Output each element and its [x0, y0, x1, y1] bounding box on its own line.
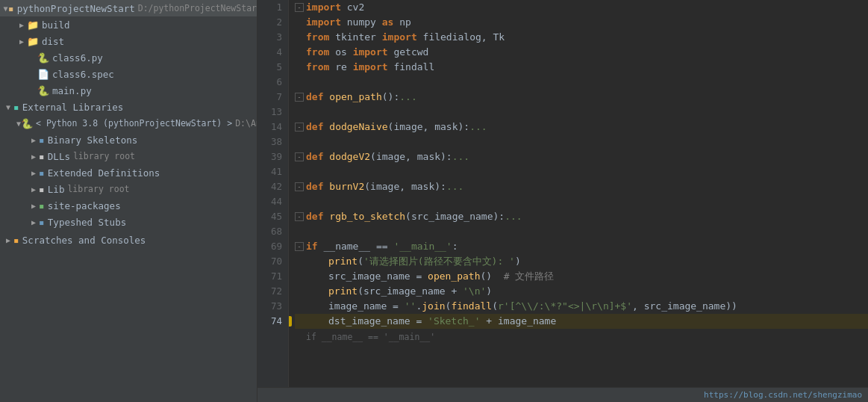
arrow-typeshed: ▶	[28, 218, 39, 226]
tree-item-lib[interactable]: ▶ ▪ Lib library root	[0, 181, 257, 197]
label-class6py: class6.py	[52, 52, 103, 64]
tree-item-site-packages[interactable]: ▶ ▪ site-packages	[0, 197, 257, 214]
code-line-7: -def open_path():...	[295, 90, 868, 105]
project-icon: ▪	[8, 3, 14, 14]
code-editor: 1 2 3 4 5 6 7 13 14 38 39 41 42 44 45 68…	[257, 0, 868, 402]
warning-icon-74: !	[289, 316, 292, 327]
bottom-bar: https://blog.csdn.net/shengzimao	[257, 387, 868, 402]
ln-14: 14	[257, 120, 282, 134]
tree-item-typeshed[interactable]: ▶ ▪ Typeshed Stubs	[0, 214, 257, 230]
tree-item-class6py[interactable]: ▶ 🐍 class6.py	[0, 49, 257, 66]
label-binary-skeletons: Binary Skeletons	[48, 134, 137, 146]
typeshed-icon: ▪	[39, 217, 45, 228]
blog-link[interactable]: https://blog.csdn.net/shengzimao	[704, 390, 862, 400]
arrow-dlls: ▶	[28, 152, 39, 161]
tree-item-python38[interactable]: ▼ 🐍 < Python 3.8 (pythonProjectNewStart)…	[0, 115, 257, 132]
fold-14[interactable]: -	[295, 123, 304, 132]
code-line-45: -def rgb_to_sketch(src_image_name):...	[295, 209, 868, 224]
label-typeshed: Typeshed Stubs	[48, 217, 126, 228]
label-extended-definitions: Extended Definitions	[48, 167, 160, 179]
tree-item-dlls[interactable]: ▶ ▪ DLLs library root	[0, 148, 257, 164]
fold-45[interactable]: -	[295, 212, 304, 221]
ln-72: 72	[257, 284, 282, 299]
python-icon: 🐍	[21, 118, 33, 129]
fold-42[interactable]: -	[295, 182, 304, 191]
arrow-extdef: ▶	[28, 169, 39, 177]
fold-39[interactable]: -	[295, 152, 304, 161]
label-class6spec: class6.spec	[52, 69, 114, 80]
file-tree[interactable]: ▼ ▪ pythonProjectNewStart D:/pythonProje…	[0, 0, 257, 402]
ln-68: 68	[257, 224, 282, 239]
scratches-icon: ▪	[13, 235, 19, 246]
ln-3: 3	[257, 30, 282, 45]
tree-item-class6spec[interactable]: ▶ 📄 class6.spec	[0, 66, 257, 82]
spec-icon: 📄	[37, 69, 49, 80]
label-scratches: Scratches and Consoles	[22, 235, 146, 246]
tree-item-external-libraries[interactable]: ▼ ▪ External Libraries	[0, 99, 257, 115]
tree-item-project-root[interactable]: ▼ ▪ pythonProjectNewStart D:/pythonProje…	[0, 0, 257, 16]
tree-item-dist[interactable]: ▶ 📁 dist	[0, 33, 257, 49]
arrow-project: ▼	[3, 4, 8, 13]
fold-69[interactable]: -	[295, 242, 304, 251]
code-content[interactable]: -import cv2 import numpy as np from tkin…	[289, 0, 868, 387]
code-line-5: from re import findall	[295, 60, 868, 75]
project-path: D:/pythonProjectNewStar	[138, 3, 257, 13]
code-line-41	[295, 164, 868, 179]
ln-4: 4	[257, 45, 282, 60]
dll-icon: ▪	[39, 151, 45, 162]
code-line-68	[295, 224, 868, 239]
fold-1[interactable]: -	[295, 3, 304, 12]
label-lib: Lib	[48, 184, 65, 195]
ln-5: 5	[257, 60, 282, 75]
sitepkg-icon: ▪	[39, 200, 45, 211]
ln-41: 41	[257, 164, 282, 179]
python-path: D:\Anac	[235, 118, 257, 129]
ln-70: 70	[257, 254, 282, 269]
arrow-binary: ▶	[28, 136, 39, 144]
arrow-lib: ▶	[28, 185, 39, 194]
folder-icon-build: 📁	[27, 19, 39, 31]
code-line-4: from os import getcwd	[295, 45, 868, 60]
label-extlib: External Libraries	[22, 102, 123, 113]
code-line-72: print(src_image_name + '\n')	[295, 284, 868, 299]
ln-6: 6	[257, 75, 282, 90]
tree-item-build[interactable]: ▶ 📁 build	[0, 16, 257, 33]
folder-icon-dist: 📁	[27, 36, 39, 47]
tree-item-scratches[interactable]: ▶ ▪ Scratches and Consoles	[0, 232, 257, 248]
skeleton-icon: ▪	[39, 134, 45, 146]
fold-7[interactable]: -	[295, 93, 304, 102]
code-line-39: -def dodgeV2(image, mask):...	[295, 149, 868, 164]
code-line-70: print('请选择图片(路径不要含中文): ')	[295, 254, 868, 269]
ln-42: 42	[257, 179, 282, 194]
label-mainpy: main.py	[52, 85, 92, 96]
lib-icon: ▪	[39, 184, 45, 195]
code-line-13	[295, 105, 868, 120]
ln-7: 7	[257, 90, 282, 105]
label-dlls: DLLs	[48, 151, 70, 162]
ln-69: 69	[257, 239, 282, 254]
code-line-42: -def burnV2(image, mask):...	[295, 179, 868, 194]
extdef-icon: ▪	[39, 167, 45, 179]
ln-44: 44	[257, 194, 282, 209]
tree-item-extended-definitions[interactable]: ▶ ▪ Extended Definitions	[0, 164, 257, 181]
code-line-71: src_image_name = open_path() # 文件路径	[295, 269, 868, 284]
ln-71: 71	[257, 269, 282, 284]
ln-13: 13	[257, 105, 282, 120]
code-line-69: ▶ -if __name__ == '__main__':	[295, 239, 868, 254]
ln-bottom	[257, 329, 282, 344]
code-line-3: from tkinter import filedialog, Tk	[295, 30, 868, 45]
tree-item-binary-skeletons[interactable]: ▶ ▪ Binary Skeletons	[0, 132, 257, 148]
py-icon-class6: 🐍	[37, 52, 49, 64]
ln-45: 45	[257, 209, 282, 224]
ln-39: 39	[257, 149, 282, 164]
extlib-icon: ▪	[13, 102, 19, 113]
arrow-build: ▶	[16, 21, 27, 29]
code-line-73: image_name = ''.join(findall(r'[^\\/:\*?…	[295, 299, 868, 314]
dlls-root-label: library root	[73, 151, 135, 161]
ln-74: 74	[257, 314, 282, 329]
tree-item-mainpy[interactable]: ▶ 🐍 main.py	[0, 82, 257, 99]
code-line-1: -import cv2	[295, 0, 868, 15]
py-icon-main: 🐍	[37, 85, 49, 96]
code-line-2: import numpy as np	[295, 15, 868, 30]
code-line-44	[295, 194, 868, 209]
